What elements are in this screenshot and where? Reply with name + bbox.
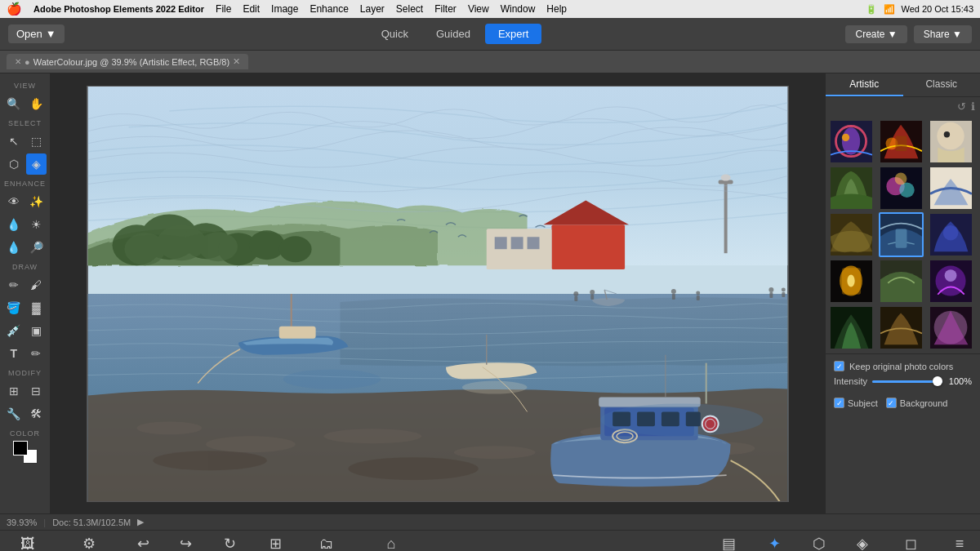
filter-12[interactable] <box>929 259 973 304</box>
layers-button[interactable]: ▤ Layers <box>706 533 751 551</box>
organizer-icon: 🗂 <box>319 536 334 551</box>
paint-tool[interactable]: 🖌 <box>26 274 47 295</box>
transform-tool[interactable]: 🔧 <box>3 403 24 424</box>
effects-button[interactable]: ✦ Effects <box>752 533 796 551</box>
menu-view[interactable]: View <box>468 3 489 15</box>
filter-5[interactable] <box>879 166 924 211</box>
filter-10[interactable] <box>829 259 874 304</box>
keep-original-checkbox[interactable]: ✓ <box>834 361 844 371</box>
tab-classic[interactable]: Classic <box>903 73 981 96</box>
menu-layer[interactable]: Layer <box>360 3 385 15</box>
eraser-tool[interactable]: ▣ <box>26 320 47 341</box>
background-checkbox[interactable]: ✓ <box>886 398 897 408</box>
apple-menu[interactable]: 🍎 <box>7 2 22 16</box>
mode-expert[interactable]: Expert <box>485 24 542 44</box>
menu-enhance[interactable]: Enhance <box>310 3 348 15</box>
doc-size: Doc: 51.3M/102.5M <box>52 518 131 527</box>
menu-select[interactable]: Select <box>396 3 423 15</box>
create-button[interactable]: Create ▼ <box>845 25 906 43</box>
sponge-tool[interactable]: 💧 <box>3 237 24 258</box>
rotate-button[interactable]: ↻ Rotate <box>208 533 252 551</box>
undo-button[interactable]: ↩ Undo <box>123 533 164 551</box>
menu-filter[interactable]: Filter <box>434 3 457 15</box>
color-swatches[interactable] <box>13 441 38 464</box>
tab-dot: ● <box>24 57 30 67</box>
tool-options-button[interactable]: ⚙ Tool Options <box>56 533 122 551</box>
open-button[interactable]: Open ▼ <box>8 24 65 43</box>
filter-6[interactable] <box>929 166 973 211</box>
tab-close-icon[interactable]: ✕ <box>15 57 21 66</box>
subject-checkbox[interactable]: ✓ <box>834 398 844 408</box>
info-icon[interactable]: ℹ <box>971 100 975 113</box>
graphics-icon: ◻ <box>905 536 917 551</box>
tab-artistic[interactable]: Artistic <box>826 73 903 96</box>
blur-tool[interactable]: 💧 <box>3 214 24 235</box>
marquee-tool[interactable]: ⬚ <box>26 131 47 152</box>
mode-guided[interactable]: Guided <box>423 24 483 44</box>
modify-tools-2: 🔧 🛠 <box>3 403 47 424</box>
move-tool[interactable]: ↖ <box>3 131 24 152</box>
filter-8[interactable] <box>879 212 924 257</box>
right-top-icons: ↺ ℹ <box>826 97 980 116</box>
dodge-tool[interactable]: ☀ <box>26 214 47 235</box>
menu-image[interactable]: Image <box>271 3 298 15</box>
home-screen-button[interactable]: ⌂ Home Screen <box>356 533 425 551</box>
svg-point-73 <box>768 287 773 292</box>
filter-11[interactable] <box>879 259 924 304</box>
refresh-icon[interactable]: ↺ <box>957 100 966 113</box>
filter-1[interactable] <box>829 119 874 164</box>
action-group: Create ▼ Share ▼ <box>845 25 972 43</box>
intensity-thumb[interactable] <box>933 376 942 386</box>
fill-tool[interactable]: 🪣 <box>3 297 24 318</box>
svg-point-75 <box>782 287 786 291</box>
filter-15[interactable] <box>929 305 973 350</box>
share-button[interactable]: Share ▼ <box>914 25 972 43</box>
canvas-image[interactable] <box>87 86 789 502</box>
filter-14[interactable] <box>879 305 924 350</box>
lasso-tool[interactable]: ⬡ <box>3 153 24 175</box>
eye-tool[interactable]: 👁 <box>3 191 24 212</box>
brush-tool[interactable]: ✏ <box>3 274 24 295</box>
color-label: COLOR <box>3 429 47 438</box>
styles-button[interactable]: ◈ Styles <box>842 533 884 551</box>
graphics-button[interactable]: ◻ Graphics <box>885 533 938 551</box>
menu-file[interactable]: File <box>216 3 231 15</box>
tab-bar: ✕ ● WaterColour.jpg @ 39.9% (Artistic Ef… <box>0 51 980 73</box>
shape-tool[interactable]: ✏ <box>26 343 47 364</box>
filters-button[interactable]: ⬡ Filters <box>799 533 840 551</box>
subject-label: Subject <box>848 398 878 408</box>
menu-window[interactable]: Window <box>501 3 536 15</box>
foreground-color[interactable] <box>13 441 28 455</box>
gradient-tool[interactable]: ▓ <box>26 297 47 318</box>
zoom-tool2[interactable]: 🔎 <box>26 237 47 258</box>
filter-9[interactable] <box>929 212 973 257</box>
organizer-button[interactable]: 🗂 Organizer <box>299 533 354 551</box>
layout-button[interactable]: ⊞ Layout <box>253 533 297 551</box>
photo-bin-button[interactable]: 🖼 Photo Bin <box>0 533 55 551</box>
navigate-arrow[interactable]: ▶ <box>137 517 144 527</box>
filter-7[interactable] <box>829 212 874 257</box>
document-tab[interactable]: ✕ ● WaterColour.jpg @ 39.9% (Artistic Ef… <box>7 54 248 69</box>
filter-13[interactable] <box>829 305 874 350</box>
menu-edit[interactable]: Edit <box>243 3 260 15</box>
more-button[interactable]: ≡ More <box>939 533 980 551</box>
tab-modified: ✕ <box>233 56 240 67</box>
type-tool[interactable]: T <box>3 343 24 364</box>
zoom-tool[interactable]: 🔍 <box>3 93 24 114</box>
enhance-tool[interactable]: ✨ <box>26 191 47 212</box>
menu-help[interactable]: Help <box>546 3 567 15</box>
filter-2[interactable] <box>879 119 924 164</box>
redo-button[interactable]: ↪ Redo <box>166 533 207 551</box>
filter-3[interactable] <box>929 119 973 164</box>
filter-4[interactable] <box>829 166 874 211</box>
home-screen-icon: ⌂ <box>387 536 396 551</box>
recompose-tool[interactable]: ⊟ <box>26 380 47 402</box>
svg-rect-74 <box>769 292 773 298</box>
intensity-track[interactable] <box>872 380 942 383</box>
clone-tool[interactable]: 💉 <box>3 320 24 341</box>
crop-tool[interactable]: ⊞ <box>3 380 24 402</box>
hand-tool[interactable]: ✋ <box>26 93 47 114</box>
mode-quick[interactable]: Quick <box>368 24 421 44</box>
quick-select-tool[interactable]: ◈ <box>26 153 47 175</box>
healing-tool[interactable]: 🛠 <box>26 403 47 424</box>
